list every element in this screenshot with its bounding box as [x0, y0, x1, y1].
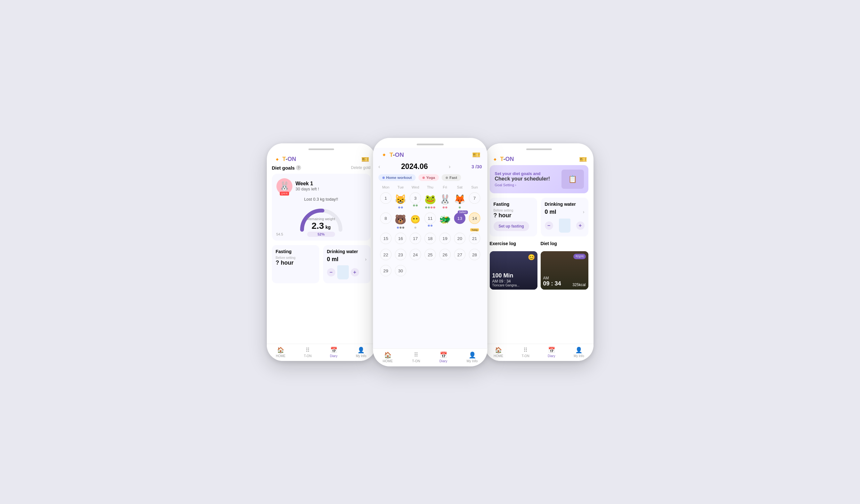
- cal-day-24[interactable]: 24: [408, 247, 422, 262]
- water-minus-btn[interactable]: −: [327, 268, 335, 277]
- cal-day-11[interactable]: 11: [422, 211, 437, 230]
- cal-day-25[interactable]: 25: [422, 247, 437, 262]
- cal-day-23[interactable]: 23: [393, 247, 408, 262]
- promo-line1: Set your diet goals and: [495, 171, 550, 176]
- water-cup-icon: [337, 265, 349, 279]
- notch-bar-2: [417, 143, 444, 145]
- cal-day-20[interactable]: 20: [452, 231, 467, 246]
- nav-diary-2[interactable]: 📅 Diary: [439, 351, 447, 363]
- phone-1-topbar: 🔸 T-ON 🎫: [267, 153, 376, 165]
- fasting-card: Fasting Before setting ? hour: [272, 245, 319, 283]
- ticket-icon[interactable]: 🎫: [361, 155, 369, 163]
- nav-home[interactable]: 🏠 HOME: [276, 346, 285, 358]
- diet-log-header: Diet log: [541, 241, 588, 249]
- help-icon[interactable]: ?: [296, 165, 301, 170]
- tag-home-workout[interactable]: Home workout: [378, 174, 416, 181]
- cal-day-18[interactable]: 18: [422, 231, 437, 246]
- phones-container: 🔸 T-ON 🎫 Diet goals ? Delete gold 🐰 강하게: [267, 143, 593, 361]
- exercise-log-card[interactable]: 100 Min AM 09 : 34 Tioncare Gangna... 😊: [490, 251, 538, 290]
- cal-day-10[interactable]: 😶: [408, 211, 422, 230]
- ton-logo: 🔸 T-ON: [273, 155, 296, 163]
- phone-2: 🔸 T-ON 🎫 ‹ 2024.06 › 3 /30 Home workout: [373, 138, 487, 366]
- cal-day-27[interactable]: 27: [452, 247, 467, 262]
- tag-fast[interactable]: Fast: [442, 174, 461, 181]
- cal-day-1[interactable]: 1: [378, 191, 393, 210]
- cal-day-empty-3: [438, 263, 452, 278]
- tag-fast-label: Fast: [449, 175, 457, 179]
- water-chevron-3[interactable]: ›: [583, 209, 585, 214]
- cal-weekday-header: Mon Tue Wed Thu Fri Sat Sun: [378, 185, 482, 189]
- water-minus-btn-3[interactable]: −: [545, 221, 553, 230]
- exercise-time: AM 09 : 34: [492, 279, 519, 283]
- set-fasting-btn[interactable]: Set up fasting: [493, 221, 529, 231]
- exercise-duration: 100 Min: [492, 272, 519, 279]
- bottom-nav-1: 🏠 HOME ⠿ T-ON 📅 Diary 👤 My Info: [267, 344, 376, 361]
- tag-yoga[interactable]: Yoga: [418, 174, 439, 181]
- tag-row: Home workout Yoga Fast: [378, 174, 482, 181]
- cal-day-17[interactable]: 17: [408, 231, 422, 246]
- today-badge: Today: [470, 228, 479, 231]
- fasting-title: Fasting: [276, 249, 315, 254]
- weekday-tue: Tue: [393, 185, 408, 189]
- cal-day-3[interactable]: 3: [408, 191, 422, 210]
- nav-home-2[interactable]: 🏠 HOME: [383, 351, 393, 363]
- cal-day-13[interactable]: 13 Select: [452, 211, 467, 230]
- nav-home-label-2: HOME: [383, 359, 393, 363]
- cal-day-30[interactable]: 30: [393, 263, 408, 278]
- nav-ton-2[interactable]: ⠿ T-ON: [412, 351, 420, 363]
- logo-text-2: T-ON: [389, 151, 404, 158]
- promo-line2: Check your scheduler!: [495, 176, 550, 182]
- kg-value: 2.3: [312, 221, 324, 231]
- cal-day-4[interactable]: 🐸: [422, 191, 437, 210]
- diet-card: 🐰 강하게 Week 1 30 days left ! Lost 0.3 kg …: [272, 174, 371, 241]
- cal-day-empty-1: [408, 263, 422, 278]
- cal-day-5[interactable]: 🐰: [438, 191, 452, 210]
- nav-home-3[interactable]: 🏠 HOME: [493, 346, 503, 358]
- nav-myinfo-2[interactable]: 👤 My Info: [467, 351, 477, 363]
- cal-day-14[interactable]: 14 Today: [467, 211, 482, 230]
- cal-day-29[interactable]: 29: [378, 263, 393, 278]
- nav-ton-3[interactable]: ⠿ T-ON: [522, 346, 529, 358]
- week-text: Week 1 30 days left !: [296, 181, 319, 191]
- diet-log-card[interactable]: AM 09 : 34 적당히 325kcal: [541, 251, 588, 290]
- water-chevron[interactable]: ›: [365, 257, 367, 262]
- cal-day-7[interactable]: 7: [467, 191, 482, 210]
- cal-day-28[interactable]: 28: [467, 247, 482, 262]
- cal-day-9[interactable]: 🐻: [393, 211, 408, 230]
- fasting-title-3: Fasting: [493, 202, 533, 207]
- exercise-log-title: Exercise log: [490, 241, 538, 246]
- water-plus-btn-3[interactable]: +: [576, 221, 585, 230]
- cal-day-8[interactable]: 8: [378, 211, 393, 230]
- ticket-icon-2[interactable]: 🎫: [472, 150, 481, 159]
- myinfo-icon-3: 👤: [575, 346, 582, 354]
- cal-day-6[interactable]: 🦊: [452, 191, 467, 210]
- cal-day-16[interactable]: 16: [393, 231, 408, 246]
- water-plus-btn[interactable]: +: [351, 268, 359, 277]
- cal-day-15[interactable]: 15: [378, 231, 393, 246]
- ticket-icon-3[interactable]: 🎫: [579, 155, 587, 163]
- character-badge: 강하게: [280, 192, 289, 195]
- cal-next-btn[interactable]: ›: [449, 163, 451, 169]
- weekday-fri: Fri: [438, 185, 452, 189]
- ton-nav-icon-2: ⠿: [414, 351, 418, 358]
- nav-myinfo-label-3: My Info: [574, 354, 584, 358]
- water-value: 0 ml: [327, 256, 339, 263]
- cal-day-21[interactable]: 21: [467, 231, 482, 246]
- nav-myinfo-3[interactable]: 👤 My Info: [574, 346, 584, 358]
- cal-day-22[interactable]: 22: [378, 247, 393, 262]
- cal-day-26[interactable]: 26: [438, 247, 452, 262]
- nav-myinfo[interactable]: 👤 My Info: [356, 346, 367, 358]
- cal-day-19[interactable]: 19: [438, 231, 452, 246]
- phone-3: 🔸 T-ON 🎫 Set your diet goals and Check y…: [485, 143, 593, 361]
- nav-ton[interactable]: ⠿ T-ON: [304, 346, 312, 358]
- cal-day-12[interactable]: 🐲: [438, 211, 452, 230]
- water-title-3: Drinking water: [545, 202, 585, 207]
- weekday-sun: Sun: [467, 185, 482, 189]
- delete-gold-btn[interactable]: Delete gold: [351, 165, 371, 170]
- nav-diary[interactable]: 📅 Diary: [330, 346, 337, 358]
- nav-diary-3[interactable]: 📅 Diary: [548, 346, 555, 358]
- cal-prev-btn[interactable]: ‹: [378, 163, 380, 169]
- promo-link[interactable]: Goal Setting ›: [495, 183, 550, 187]
- cal-day-2[interactable]: 😸: [393, 191, 408, 210]
- days-left-label: 30 days left !: [296, 187, 319, 191]
